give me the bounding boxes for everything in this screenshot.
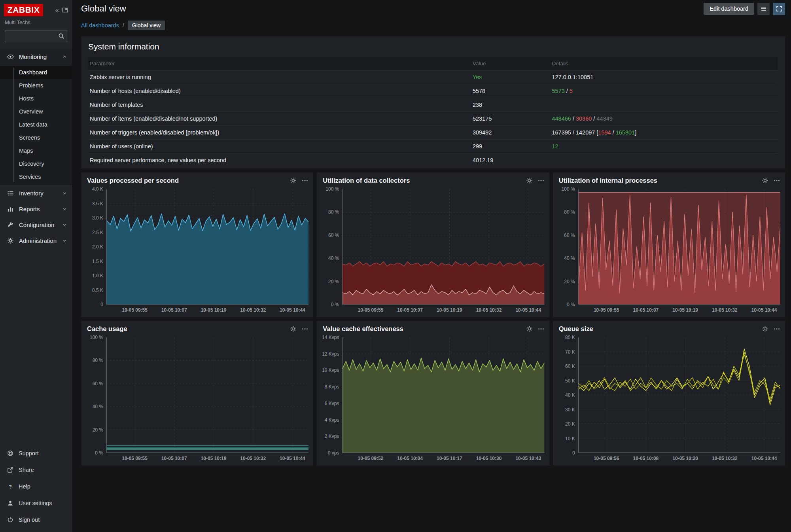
widget-menu-button[interactable]	[301, 177, 308, 184]
widget-settings-button[interactable]	[762, 177, 768, 184]
widget-cache-usage: Cache usage0 %20 %40 %60 %80 %100 %10-05…	[81, 321, 313, 466]
ytick-label: 2.0 K	[92, 244, 103, 250]
chart-plot[interactable]	[106, 189, 308, 305]
sidebar-item-administration[interactable]: Administration	[0, 233, 72, 248]
collapse-sidebar-icon[interactable]: «	[55, 7, 59, 13]
widget-settings-button[interactable]	[290, 177, 297, 184]
xtick-label: 10-05 10:44	[280, 307, 305, 313]
sidebar-footer-label: Share	[19, 467, 34, 473]
details-segment: /	[565, 88, 570, 94]
chart-area: 010 K20 K30 K40 K50 K60 K70 K80 K10-05 0…	[553, 333, 785, 466]
widget-settings-button[interactable]	[762, 326, 768, 332]
details-segment: /	[611, 129, 616, 136]
ytick-label: 80 K	[565, 335, 575, 340]
chart-plot[interactable]	[578, 337, 780, 453]
breadcrumb-separator: /	[123, 22, 124, 28]
sidebar-footer-share[interactable]: Share	[0, 462, 72, 478]
sidebar-footer-help[interactable]: ?Help	[0, 478, 72, 495]
ellipsis-icon	[773, 177, 780, 184]
widget-queue-size: Queue size010 K20 K30 K40 K50 K60 K70 K8…	[553, 321, 785, 466]
zabbix-logo[interactable]: ZABBIX	[4, 4, 43, 16]
sidebar-subitem-discovery[interactable]: Discovery	[0, 157, 72, 170]
eye-icon	[7, 53, 14, 60]
xtick-label: 10-05 10:44	[280, 456, 305, 461]
ytick-label: 20 %	[564, 279, 575, 284]
ytick-label: 0	[572, 450, 575, 456]
sidebar-item-configuration[interactable]: Configuration	[0, 217, 72, 233]
search-icon[interactable]	[58, 33, 64, 39]
sidebar-subitem-screens[interactable]: Screens	[0, 131, 72, 144]
fullscreen-icon[interactable]	[773, 3, 785, 15]
ellipsis-icon	[301, 326, 308, 332]
hide-sidebar-icon[interactable]	[62, 7, 68, 13]
widget-settings-button[interactable]	[526, 326, 533, 332]
chart-area: 00.5 K1.0 K1.5 K2.0 K2.5 K3.0 K3.5 K4.0 …	[81, 185, 313, 317]
widget-menu-button[interactable]	[301, 326, 308, 332]
details-segment: 1594	[598, 129, 611, 136]
ytick-label: 40 K	[565, 392, 575, 398]
main-content: Global view Edit dashboard All dashboard…	[72, 0, 791, 532]
xtick-label: 10-05 10:07	[397, 307, 423, 313]
ytick-label: 10 Kvps	[322, 367, 339, 373]
sidebar-item-monitoring[interactable]: Monitoring	[0, 49, 72, 64]
sidebar-subitem-latest-data[interactable]: Latest data	[0, 118, 72, 131]
details-segment: 5	[570, 88, 573, 94]
value-cell: Yes	[471, 70, 551, 84]
chart-plot[interactable]	[342, 337, 544, 453]
xtick-label: 10-05 10:32	[476, 307, 502, 313]
table-row: Number of users (online)29912	[88, 140, 778, 153]
ytick-label: 80 %	[328, 209, 339, 215]
ytick-label: 4.0 K	[92, 186, 103, 192]
parameter-cell: Number of hosts (enabled/disabled)	[88, 84, 471, 98]
table-row: Number of triggers (enabled/disabled [pr…	[88, 126, 778, 140]
sidebar-subitem-dashboard[interactable]: Dashboard	[0, 66, 72, 79]
chart-plot[interactable]	[578, 189, 780, 305]
ytick-label: 40 %	[564, 256, 575, 261]
xtick-label: 10-05 10:19	[437, 307, 462, 313]
sidebar-subitem-problems[interactable]: Problems	[0, 79, 72, 92]
widget-settings-button[interactable]	[290, 326, 297, 332]
sidebar-footer-sign-out[interactable]: Sign out	[0, 511, 72, 528]
value-cell: 523175	[471, 112, 551, 126]
sidebar-subitem-overview[interactable]: Overview	[0, 105, 72, 118]
sidebar-subitem-services[interactable]: Services	[0, 170, 72, 184]
ytick-label: 80 %	[93, 358, 103, 363]
sidebar-footer-support[interactable]: Support	[0, 445, 72, 462]
widget-menu-button[interactable]	[537, 326, 545, 332]
sidebar-item-inventory[interactable]: Inventory	[0, 185, 72, 201]
ytick-label: 40 %	[328, 256, 339, 261]
xtick-label: 10-05 10:32	[240, 456, 266, 461]
chevron-down-icon	[62, 206, 67, 212]
widget-menu-button[interactable]	[773, 326, 780, 332]
x-axis: 10-05 09:5510-05 10:0710-05 10:1910-05 1…	[106, 453, 308, 463]
ytick-label: 0 %	[567, 302, 575, 307]
value-text: 238	[473, 102, 482, 108]
organization-name: Multi Techs	[0, 19, 72, 30]
xtick-label: 10-05 10:44	[751, 307, 777, 313]
value-text: 299	[473, 143, 482, 150]
dashboard-menu-icon[interactable]	[757, 3, 770, 15]
details-segment: 448466	[552, 115, 571, 122]
xtick-label: 10-05 10:32	[712, 307, 738, 313]
chart-plot[interactable]	[106, 337, 308, 453]
widget-menu-button[interactable]	[537, 177, 545, 184]
ytick-label: 0.5 K	[92, 288, 103, 293]
x-axis: 10-05 09:5210-05 10:0410-05 10:1710-05 1…	[342, 453, 544, 463]
ytick-label: 60 %	[564, 233, 575, 238]
table-row: Zabbix server is runningYes127.0.0.1:100…	[88, 70, 778, 84]
main-menu: MonitoringDashboardProblemsHostsOverview…	[0, 49, 72, 248]
breadcrumb-all-dashboards-link[interactable]: All dashboards	[81, 22, 119, 28]
xtick-label: 10-05 10:44	[515, 307, 541, 313]
column-header-details: Details	[550, 57, 778, 70]
edit-dashboard-button[interactable]: Edit dashboard	[704, 3, 754, 15]
widget-menu-button[interactable]	[773, 177, 780, 184]
ytick-label: 10 K	[565, 436, 575, 441]
widget-settings-button[interactable]	[526, 177, 533, 184]
sidebar-subitem-maps[interactable]: Maps	[0, 144, 72, 157]
sidebar-footer-user-settings[interactable]: User settings	[0, 495, 72, 511]
sidebar-subitem-hosts[interactable]: Hosts	[0, 92, 72, 105]
details-segment: 5573	[552, 88, 564, 94]
chart-plot[interactable]	[342, 189, 544, 305]
chart-area: 0 vps2 Kvps4 Kvps6 Kvps8 Kvps10 Kvps12 K…	[317, 333, 549, 466]
sidebar-item-reports[interactable]: Reports	[0, 201, 72, 217]
